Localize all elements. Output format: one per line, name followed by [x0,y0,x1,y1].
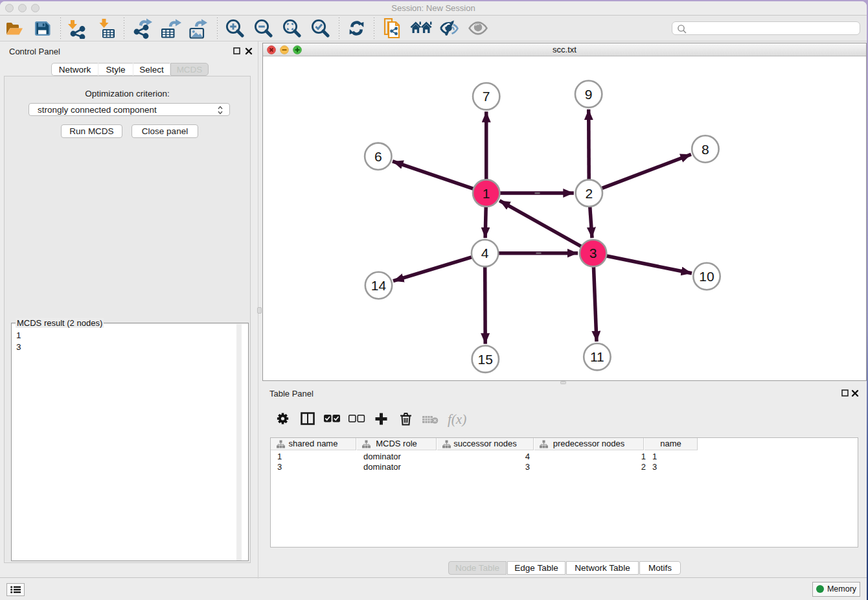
svg-text:10: 10 [699,269,714,284]
svg-text:1: 1 [483,186,490,201]
svg-text:15: 15 [478,352,493,367]
svg-text:9: 9 [585,87,593,102]
svg-text:2: 2 [585,186,593,201]
svg-text:7: 7 [483,89,490,104]
svg-text:11: 11 [590,349,604,364]
svg-text:4: 4 [481,246,489,260]
svg-text:8: 8 [702,142,709,157]
svg-text:6: 6 [374,149,382,164]
svg-text:3: 3 [589,246,597,260]
svg-text:14: 14 [371,278,387,293]
